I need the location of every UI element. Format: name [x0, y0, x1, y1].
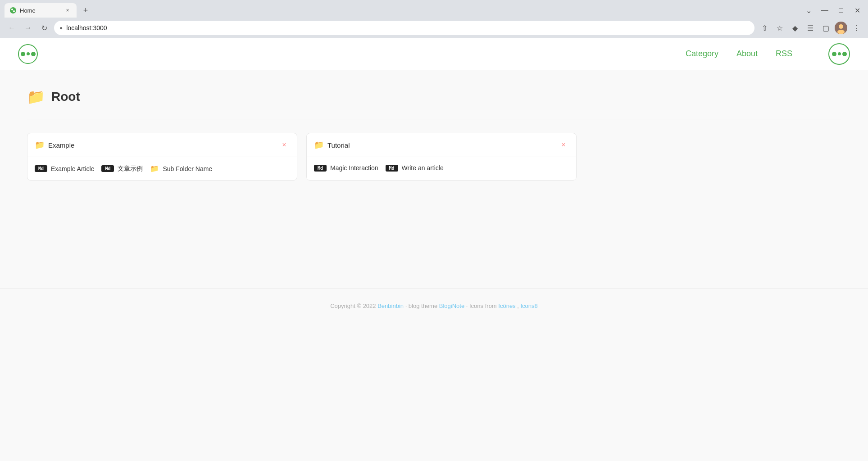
- toolbar-right: ⇧ ☆ ◆ ☰ ▢ ⋮: [758, 22, 863, 34]
- article-item-chinese[interactable]: Md 文章示例: [101, 164, 143, 173]
- window-minimize-button[interactable]: —: [818, 4, 831, 17]
- footer-theme-link[interactable]: BlogiNote: [439, 303, 464, 309]
- extensions-button[interactable]: ◆: [789, 22, 801, 34]
- md-icon-magic: Md: [314, 165, 327, 172]
- tab-favicon: [10, 7, 16, 14]
- root-folder-icon: 📁: [27, 88, 45, 105]
- nav-rss[interactable]: RSS: [776, 49, 792, 59]
- back-button[interactable]: ←: [5, 22, 18, 34]
- example-close-button[interactable]: ×: [279, 140, 290, 150]
- window-dropdown-button[interactable]: ⌄: [802, 4, 815, 17]
- footer-icons8-link[interactable]: Icons8: [520, 303, 537, 309]
- page-title: Root: [51, 90, 80, 104]
- subfolder-item-sub[interactable]: 📁 Sub Folder Name: [150, 164, 212, 173]
- logo-dot-r2: [838, 52, 841, 55]
- md-icon-chinese: Md: [101, 165, 114, 172]
- folder-card-header-example: 📁 Example ×: [27, 133, 297, 157]
- site-header: Category About RSS: [0, 38, 868, 70]
- share-button[interactable]: ⇧: [758, 22, 771, 34]
- logo-dot-1: [21, 52, 25, 56]
- tutorial-close-button[interactable]: ×: [558, 140, 569, 150]
- svg-point-4: [837, 30, 845, 34]
- site-footer: Copyright © 2022 Benbinbin · blog theme …: [0, 289, 868, 323]
- active-tab[interactable]: Home ×: [5, 3, 77, 18]
- page-title-container: 📁 Root: [27, 88, 841, 105]
- folder-card-header-tutorial: 📁 Tutorial ×: [307, 133, 576, 157]
- folder-card-example: 📁 Example × Md Example Article Md 文章示例: [27, 133, 297, 181]
- reading-list-button[interactable]: ☰: [804, 22, 817, 34]
- bookmark-button[interactable]: ☆: [773, 22, 786, 34]
- article-item-example-article[interactable]: Md Example Article: [35, 164, 94, 173]
- tab-title: Home: [20, 7, 36, 14]
- menu-button[interactable]: ⋮: [850, 22, 863, 34]
- page: Category About RSS 📁 Root 📁 Example: [0, 38, 868, 461]
- svg-point-1: [13, 10, 15, 12]
- footer-author-link[interactable]: Benbinbin: [377, 303, 404, 309]
- folder-card-body-example: Md Example Article Md 文章示例 📁 Sub Folder …: [27, 157, 297, 180]
- article-item-magic[interactable]: Md Magic Interaction: [314, 164, 378, 172]
- folder-card-title-example: 📁 Example: [35, 140, 74, 150]
- footer-icons-prefix: · Icons from: [466, 303, 499, 309]
- svg-point-3: [839, 24, 843, 29]
- logo-icon-right[interactable]: [828, 43, 850, 65]
- logo-dot-r1: [832, 52, 836, 56]
- profile-avatar[interactable]: [835, 22, 847, 34]
- window-close-button[interactable]: ✕: [851, 4, 863, 17]
- address-input[interactable]: ● localhost:3000: [54, 21, 754, 35]
- subfolder-icon: 📁: [150, 164, 159, 173]
- address-text: localhost:3000: [66, 24, 107, 32]
- md-icon-example-article: Md: [35, 165, 47, 172]
- folders-grid: 📁 Example × Md Example Article Md 文章示例: [27, 133, 841, 181]
- tutorial-folder-name: Tutorial: [327, 141, 350, 149]
- title-divider: [27, 119, 841, 119]
- tutorial-folder-icon: 📁: [314, 140, 324, 150]
- article-item-write[interactable]: Md Write an article: [386, 164, 444, 172]
- footer-icones-link[interactable]: Icônes: [498, 303, 515, 309]
- svg-point-0: [11, 9, 13, 10]
- site-logo[interactable]: [18, 44, 38, 64]
- window-maximize-button[interactable]: □: [835, 4, 847, 17]
- example-folder-name: Example: [48, 141, 74, 149]
- split-view-button[interactable]: ▢: [819, 22, 832, 34]
- article-title-magic: Magic Interaction: [330, 164, 378, 172]
- main-content: 📁 Root 📁 Example × Md Example Article: [0, 70, 868, 199]
- folder-card-body-tutorial: Md Magic Interaction Md Write an article: [307, 157, 576, 179]
- md-icon-write: Md: [386, 165, 398, 172]
- address-bar: ← → ↻ ● localhost:3000 ⇧ ☆ ◆ ☰ ▢ ⋮: [0, 18, 868, 38]
- article-title-example-article: Example Article: [51, 165, 94, 172]
- footer-middle: · blog theme: [405, 303, 439, 309]
- folder-card-title-tutorial: 📁 Tutorial: [314, 140, 350, 150]
- nav-category[interactable]: Category: [686, 49, 718, 59]
- example-folder-icon: 📁: [35, 140, 45, 150]
- window-controls: ⌄ — □ ✕: [802, 4, 863, 17]
- folder-card-tutorial: 📁 Tutorial × Md Magic Interaction Md Wri…: [306, 133, 577, 181]
- logo-dot-2: [27, 52, 30, 55]
- logo-dot-3: [31, 52, 36, 56]
- forward-button[interactable]: →: [22, 22, 34, 34]
- tab-bar: Home × + ⌄ — □ ✕: [0, 0, 868, 18]
- tab-close-button[interactable]: ×: [64, 7, 71, 14]
- subfolder-title: Sub Folder Name: [163, 165, 212, 172]
- new-tab-button[interactable]: +: [79, 4, 92, 17]
- nav-about[interactable]: About: [736, 49, 758, 59]
- logo-dot-r3: [842, 52, 847, 56]
- article-title-write: Write an article: [402, 164, 444, 172]
- footer-copyright: Copyright © 2022: [330, 303, 376, 309]
- article-title-chinese: 文章示例: [118, 165, 143, 173]
- browser-chrome: Home × + ⌄ — □ ✕ ← → ↻ ● localhost:3000 …: [0, 0, 868, 38]
- reload-button[interactable]: ↻: [38, 22, 50, 34]
- site-nav: Category About RSS: [686, 43, 850, 65]
- lock-icon: ●: [59, 25, 63, 31]
- logo-icon-left: [18, 44, 38, 64]
